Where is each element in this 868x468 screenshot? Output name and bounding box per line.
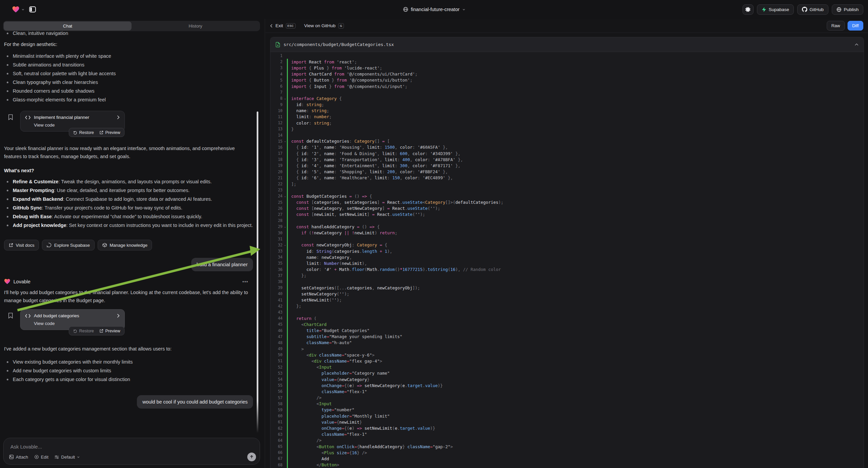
chat-input-placeholder: Ask Lovable... — [10, 444, 42, 449]
external-link-icon — [9, 243, 13, 247]
github-button[interactable]: GitHub — [797, 4, 829, 15]
sidebar-toggle-icon[interactable] — [29, 6, 36, 12]
line-number: 41 — [271, 298, 282, 302]
project-chevron-down-icon — [462, 8, 465, 11]
code-line: 13} — [271, 126, 864, 132]
bullet-item: Minimalist interface with plenty of whit… — [4, 52, 253, 60]
view-on-github-button[interactable]: View on GitHub G — [304, 23, 344, 29]
suggestion-buttons: Visit docs Explore Supabase Manage knowl… — [4, 240, 253, 251]
fold-chevron-icon[interactable]: ⌄ — [282, 195, 287, 198]
diff-added-bar — [287, 187, 288, 193]
chat-scrollbar[interactable] — [257, 112, 258, 433]
chat-input-box[interactable]: Ask Lovable... Attach Edit Default — [3, 438, 260, 465]
code-icon — [25, 314, 31, 318]
send-button[interactable] — [247, 452, 256, 461]
project-switcher[interactable]: financial-future-creator — [403, 0, 465, 19]
fold-chevron-icon[interactable]: ⌄ — [282, 225, 287, 228]
line-number: 2 — [271, 59, 282, 64]
chevron-right-icon[interactable] — [117, 314, 120, 318]
code-line: 27 const [newLimit, setNewLimit] = React… — [271, 211, 864, 217]
restore-button[interactable]: Restore — [73, 329, 94, 333]
logo-chevron-down-icon[interactable] — [22, 8, 25, 11]
code-line: 9 id: string; — [271, 102, 864, 108]
edit-button[interactable]: Edit — [34, 455, 48, 460]
bullet-item: Each category gets a unique color for vi… — [4, 375, 253, 384]
diff-added-bar — [287, 89, 288, 95]
package-icon — [102, 243, 107, 247]
code-line: 26 const [newCategory, setNewCategory] =… — [271, 205, 864, 211]
view-on-github-label: View on GitHub — [304, 23, 336, 28]
line-number: 8 — [271, 96, 282, 101]
lovable-heart-icon — [4, 279, 10, 284]
exit-button[interactable]: Exit ESC — [270, 23, 296, 29]
restore-button[interactable]: Restore — [73, 130, 94, 135]
code-panel: Exit ESC View on GitHub G Raw Diff src/c… — [266, 19, 868, 468]
chevron-right-icon[interactable] — [117, 115, 120, 119]
code-line: 19 { id: '4', name: 'Entertainment', lim… — [271, 163, 864, 169]
lovable-logo-icon[interactable] — [12, 6, 20, 13]
code-line: 28 — [271, 217, 864, 224]
code-line: 35 limit: Number(newLimit), — [271, 260, 864, 266]
supabase-button[interactable]: Supabase — [757, 4, 794, 15]
line-number: 12 — [271, 120, 282, 125]
bullet-item: Glass-morphic elements for a premium fee… — [4, 95, 253, 104]
fold-chevron-icon[interactable]: ⌄ — [282, 243, 287, 246]
message-menu-button[interactable]: ••• — [242, 279, 248, 284]
line-number: 9 — [271, 103, 282, 107]
line-number: 22 — [271, 182, 282, 186]
fold-chevron-icon[interactable]: ⌄ — [282, 97, 287, 100]
preview-button[interactable]: Preview — [99, 130, 120, 135]
code-line: 56 className="flex-1" — [271, 388, 864, 394]
line-number: 68 — [271, 463, 282, 467]
code-line: 67 Add — [271, 456, 864, 462]
manage-knowledge-label: Manage knowledge — [110, 243, 148, 248]
code-line: 53 placeholder="Category name" — [271, 370, 864, 376]
manage-knowledge-button[interactable]: Manage knowledge — [98, 240, 152, 251]
code-line: 57 /> — [271, 395, 864, 401]
line-number: 35 — [271, 261, 282, 266]
settings-button[interactable] — [743, 4, 753, 15]
code-editor[interactable]: 12import React from 'react';3import { Pl… — [271, 52, 864, 468]
edit-label: Edit — [41, 455, 48, 460]
code-line: 47 subtitle="Manage your spending limits… — [271, 334, 864, 340]
code-line: 39 setCategories([...categories, newCate… — [271, 285, 864, 291]
file-path: src/components/budget/BudgetCategories.t… — [283, 42, 851, 47]
code-line: 64 /> — [271, 437, 864, 443]
code-line: 24⌄const BudgetCategories = () => { — [271, 193, 864, 199]
visit-docs-button[interactable]: Visit docs — [4, 240, 39, 251]
raw-toggle-button[interactable]: Raw — [827, 21, 845, 31]
preview-button[interactable]: Preview — [99, 329, 120, 333]
line-number: 18 — [271, 157, 282, 162]
code-line: 41 setNewLimit(''); — [271, 297, 864, 303]
bookmark-icon[interactable] — [8, 313, 13, 319]
line-number: 39 — [271, 285, 282, 290]
bookmark-icon[interactable] — [8, 114, 13, 120]
model-selector[interactable]: Default — [54, 455, 80, 460]
bullet-item: Debug with Ease: Activate our experiment… — [4, 212, 253, 221]
code-line: 16 { id: '1', name: 'Housing', limit: 15… — [271, 144, 864, 150]
line-number: 7 — [271, 90, 282, 95]
line-number: 51 — [271, 358, 282, 363]
code-line: 23 — [271, 187, 864, 193]
collapse-chevron-up-icon[interactable] — [855, 43, 859, 46]
diff-toggle-button[interactable]: Diff — [847, 21, 863, 31]
explore-supabase-button[interactable]: Explore Supabase — [42, 240, 94, 251]
publish-button[interactable]: Publish — [832, 4, 863, 15]
file-added-icon — [276, 42, 280, 47]
code-line: 48 className="h-auto" — [271, 340, 864, 346]
version-actions: Restore Preview — [69, 326, 124, 335]
attach-button[interactable]: Attach — [9, 455, 28, 460]
line-number: 10 — [271, 109, 282, 113]
code-line: 32⌄ const newCategoryObj: Category = { — [271, 242, 864, 248]
code-line: 7 — [271, 89, 864, 95]
bullet-item: GitHub Sync: Transfer your project's cod… — [4, 203, 253, 212]
file-header[interactable]: src/components/budget/BudgetCategories.t… — [271, 37, 864, 52]
view-code-link[interactable]: View code — [34, 122, 120, 127]
line-number: 24 — [271, 194, 282, 198]
view-code-link[interactable]: View code — [34, 321, 120, 326]
code-subheader: Exit ESC View on GitHub G Raw Diff — [266, 19, 868, 33]
explore-supabase-label: Explore Supabase — [54, 243, 90, 248]
fold-chevron-icon[interactable]: ⌄ — [282, 140, 287, 143]
line-number: 60 — [271, 414, 282, 418]
github-label: GitHub — [810, 7, 824, 12]
